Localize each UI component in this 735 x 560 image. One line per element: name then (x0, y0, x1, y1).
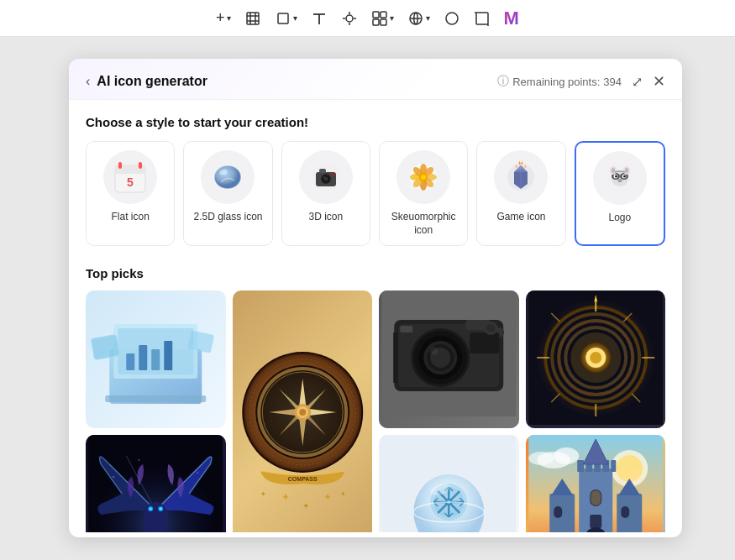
svg-rect-5 (278, 13, 288, 24)
component-tool[interactable]: ▾ (371, 10, 394, 27)
add-icon: + (216, 9, 225, 27)
camera-illustration (379, 290, 519, 416)
svg-point-45 (421, 175, 426, 180)
svg-point-117 (486, 324, 495, 332)
pick-item-snowflake[interactable] (379, 435, 519, 532)
svg-text:✦: ✦ (260, 490, 266, 498)
add-tool[interactable]: + ▾ (216, 9, 231, 27)
svg-rect-72 (151, 349, 160, 370)
brand-icon: M (504, 8, 519, 29)
svg-point-149 (150, 508, 152, 510)
svg-point-152 (197, 472, 198, 474)
svg-text:✦: ✦ (302, 501, 309, 510)
svg-rect-73 (164, 341, 172, 370)
3d-icon-preview (299, 150, 353, 204)
brand-button[interactable]: M (504, 8, 519, 29)
remaining-points: ⓘ Remaining points: 394 (497, 74, 622, 89)
svg-point-150 (160, 508, 162, 510)
svg-rect-183 (577, 460, 584, 472)
svg-point-94 (299, 409, 306, 416)
svg-point-151 (113, 476, 114, 478)
circle-icon (444, 10, 460, 27)
svg-rect-67 (105, 395, 206, 402)
pick-item-castle[interactable] (526, 435, 666, 532)
style-card-flat[interactable]: 5 Flat icon (86, 141, 175, 246)
svg-point-8 (346, 15, 353, 22)
glass-icon-preview (201, 150, 255, 204)
glass-icon-label: 2.5D glass icon (193, 211, 262, 224)
glass-icon-svg (209, 159, 246, 196)
dragon-illustration (86, 435, 226, 532)
svg-rect-15 (476, 13, 488, 24)
svg-point-134 (590, 352, 601, 364)
svg-rect-70 (126, 353, 134, 370)
svg-rect-115 (400, 326, 412, 332)
pick-item-dragon[interactable] (86, 435, 226, 532)
svg-text:✦: ✦ (281, 491, 290, 503)
panel-title: AI icon generator (97, 74, 207, 89)
pick-item-compass[interactable]: COMPASS ✦ ✦ ✦ ✦ ✦ (233, 290, 373, 532)
pen-icon (341, 10, 358, 27)
logo-icon-preview (593, 151, 647, 205)
style-card-3d[interactable]: 3D icon (281, 141, 370, 246)
svg-point-58 (615, 175, 617, 178)
transform-icon (407, 10, 424, 27)
svg-point-178 (616, 455, 643, 482)
svg-point-59 (623, 175, 626, 178)
laptop-illustration (86, 290, 226, 416)
transform-dropdown-icon: ▾ (426, 13, 430, 23)
skeuomorphic-icon-svg (405, 159, 442, 196)
svg-text:✦: ✦ (323, 491, 332, 503)
svg-point-153 (138, 459, 139, 461)
style-grid: 5 Flat icon (86, 141, 665, 246)
svg-point-181 (528, 452, 554, 465)
header-right: ⓘ Remaining points: 394 ⤢ ✕ (497, 72, 665, 91)
svg-text:COMPASS: COMPASS (287, 476, 317, 482)
header-left: ‹ AI icon generator (86, 74, 207, 89)
panel-header: ‹ AI icon generator ⓘ Remaining points: … (69, 59, 682, 100)
shape-icon (275, 10, 291, 27)
svg-rect-198 (591, 490, 601, 505)
pen-tool[interactable] (341, 10, 358, 27)
style-card-logo[interactable]: Logo (575, 141, 665, 246)
pick-item-gold-circle[interactable] (526, 290, 666, 428)
style-card-game[interactable]: Game icon (476, 141, 565, 246)
svg-point-111 (429, 347, 438, 355)
crop-icon (474, 10, 491, 27)
gold-circle-illustration (526, 290, 666, 425)
text-tool[interactable] (311, 10, 328, 27)
transform-tool[interactable]: ▾ (407, 10, 430, 27)
svg-point-34 (331, 174, 333, 176)
snowflake-illustration (379, 435, 519, 532)
frame-icon (244, 10, 261, 27)
logo-icon-svg (601, 160, 638, 196)
add-dropdown-icon: ▾ (227, 13, 231, 23)
pick-item-laptop[interactable] (86, 290, 226, 428)
svg-point-180 (554, 447, 579, 464)
compass-illustration: COMPASS ✦ ✦ ✦ ✦ ✦ (233, 290, 373, 532)
svg-point-63 (612, 168, 615, 173)
svg-rect-114 (470, 332, 499, 353)
pick-item-camera[interactable] (379, 290, 519, 428)
skeuomorphic-icon-preview (396, 150, 450, 204)
component-icon (371, 10, 388, 27)
crop-tool[interactable] (474, 10, 491, 27)
svg-rect-0 (247, 13, 259, 24)
expand-button[interactable]: ⤢ (632, 74, 643, 90)
svg-rect-22 (139, 162, 142, 169)
frame-tool[interactable] (244, 10, 261, 27)
back-button[interactable]: ‹ (86, 74, 90, 89)
component-dropdown-icon: ▾ (390, 13, 394, 23)
circle-tool[interactable] (444, 10, 460, 27)
svg-rect-12 (381, 19, 386, 25)
3d-icon-svg (307, 159, 344, 196)
svg-text:5: 5 (127, 175, 134, 189)
style-card-glass[interactable]: 2.5D glass icon (183, 141, 272, 246)
close-button[interactable]: ✕ (653, 72, 665, 91)
svg-rect-9 (373, 12, 379, 18)
style-card-skeuomorphic[interactable]: Skeuomorphic icon (379, 141, 468, 246)
shape-tool[interactable]: ▾ (275, 10, 297, 27)
flat-icon-svg: 5 (112, 159, 149, 196)
svg-text:✦: ✦ (340, 490, 346, 498)
remaining-count: 394 (603, 76, 622, 88)
